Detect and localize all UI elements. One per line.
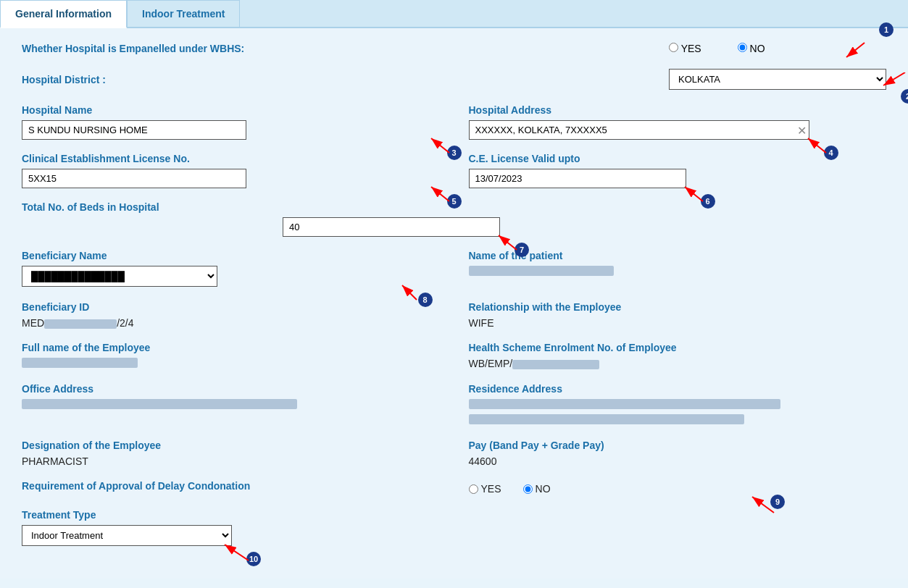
- hospital-district-select[interactable]: KOLKATA HOWRAH NORTH 24 PARGANAS: [669, 69, 886, 90]
- arrow-7: [491, 230, 528, 255]
- beneficiary-id-value: MED/2/4: [22, 317, 440, 329]
- beneficiary-id-blurred: [44, 319, 117, 329]
- residence-address-line1-blurred: [469, 399, 780, 409]
- clinical-license-label: Clinical Establishment License No.: [22, 153, 440, 164]
- arrow-1: [828, 39, 872, 68]
- svg-line-5: [431, 138, 449, 153]
- hospital-address-input[interactable]: [469, 120, 809, 140]
- clinical-license-col: Clinical Establishment License No. 5: [22, 153, 469, 188]
- residence-address-value: [469, 399, 887, 427]
- pay-label: Pay (Band Pay + Grade Pay): [469, 440, 887, 451]
- svg-line-13: [499, 235, 517, 250]
- clinical-license-input-wrapper: 5: [22, 169, 440, 188]
- svg-line-15: [402, 285, 417, 300]
- wbhs-row: Whether Hospital is Empanelled under WBH…: [22, 43, 886, 54]
- beneficiary-id-label: Beneficiary ID: [22, 301, 440, 313]
- employee-health-row: Full name of the Employee Health Scheme …: [22, 342, 886, 370]
- relationship-col: Relationship with the Employee WIFE: [469, 301, 887, 329]
- arrow-2: [878, 72, 908, 98]
- wbhs-no-label[interactable]: NO: [738, 43, 765, 54]
- svg-line-1: [846, 43, 865, 57]
- tab-indoor-treatment[interactable]: Indoor Treatment: [127, 0, 240, 27]
- hospital-district-label: Hospital District :: [22, 74, 669, 85]
- health-scheme-col: Health Scheme Enrolment No. of Employee …: [469, 342, 887, 370]
- designation-pay-row: Designation of the Employee PHARMACIST P…: [22, 440, 886, 467]
- beneficiary-name-label: Beneficiary Name: [22, 250, 440, 261]
- ce-license-valid-input-wrapper: 6: [469, 169, 686, 188]
- office-address-label: Office Address: [22, 383, 440, 395]
- delay-condonation-radio-group: YES NO: [469, 483, 887, 495]
- hospital-name-input-wrapper: 3: [22, 120, 440, 140]
- relationship-value: WIFE: [469, 317, 887, 329]
- delay-no-label[interactable]: NO: [523, 483, 551, 495]
- office-address-blurred: [22, 399, 297, 409]
- patient-name-blurred: [469, 266, 614, 276]
- arrow-4: [801, 133, 837, 158]
- delay-condonation-label: Requirement of Approval of Delay Condona…: [22, 480, 440, 492]
- total-beds-input[interactable]: [283, 217, 500, 237]
- hospital-address-input-wrapper: ✕ 4: [469, 120, 809, 140]
- wbhs-label: Whether Hospital is Empanelled under WBH…: [22, 43, 625, 54]
- tab-general-information[interactable]: General Information: [0, 0, 127, 28]
- beneficiary-id-relationship-row: Beneficiary ID MED/2/4 Relationship with…: [22, 301, 886, 329]
- total-beds-input-wrapper: 7: [22, 217, 500, 237]
- wbhs-yes-radio[interactable]: [669, 43, 678, 52]
- office-address-col: Office Address: [22, 383, 469, 427]
- total-beds-label: Total No. of Beds in Hospital: [22, 201, 886, 213]
- annotation-1: 1: [879, 22, 894, 37]
- delay-condonation-row: Requirement of Approval of Delay Condona…: [22, 480, 886, 496]
- hospital-district-row: Hospital District : KOLKATA HOWRAH NORTH…: [22, 69, 886, 90]
- health-scheme-label: Health Scheme Enrolment No. of Employee: [469, 342, 887, 353]
- arrow-3: [424, 133, 460, 158]
- hospital-name-col: Hospital Name 3: [22, 104, 469, 140]
- ce-license-valid-input[interactable]: [469, 169, 686, 188]
- clinical-license-input[interactable]: [22, 169, 246, 188]
- beneficiary-name-select-wrapper: ██████████████ 8: [22, 266, 440, 287]
- svg-line-9: [431, 187, 449, 201]
- treatment-type-select[interactable]: Indoor Treatment Outdoor Treatment Surge…: [22, 525, 232, 546]
- hospital-name-address-row: Hospital Name 3: [22, 104, 886, 140]
- svg-line-3: [883, 72, 905, 85]
- treatment-type-row: Treatment Type Indoor Treatment Outdoor …: [22, 509, 886, 546]
- svg-line-19: [225, 545, 249, 560]
- beneficiary-name-select[interactable]: ██████████████: [22, 266, 217, 287]
- employee-name-blurred: [22, 358, 138, 368]
- patient-name-col: Name of the patient: [469, 250, 887, 287]
- arrow-8: [395, 280, 431, 305]
- svg-line-7: [808, 138, 826, 153]
- arrow-10: [216, 539, 259, 564]
- office-address-value: [22, 399, 440, 411]
- employee-name-col: Full name of the Employee: [22, 342, 469, 370]
- employee-name-label: Full name of the Employee: [22, 342, 440, 353]
- address-row: Office Address Residence Address: [22, 383, 886, 427]
- form-container: Whether Hospital is Empanelled under WBH…: [0, 28, 908, 579]
- pay-value: 44600: [469, 455, 887, 467]
- delay-condonation-label-col: Requirement of Approval of Delay Condona…: [22, 480, 469, 496]
- wbhs-yes-label[interactable]: YES: [669, 43, 701, 54]
- wbhs-radio-group: YES NO 1: [669, 43, 886, 54]
- wbhs-no-radio[interactable]: [738, 43, 747, 52]
- delay-yes-radio[interactable]: [469, 484, 478, 494]
- delay-yes-label[interactable]: YES: [469, 483, 501, 495]
- residence-address-col: Residence Address: [469, 383, 887, 427]
- delay-no-radio[interactable]: [523, 484, 533, 494]
- residence-address-line2-blurred: [469, 414, 744, 424]
- beneficiary-id-col: Beneficiary ID MED/2/4: [22, 301, 469, 329]
- health-scheme-blurred: [512, 360, 599, 369]
- residence-address-label: Residence Address: [469, 383, 887, 395]
- designation-col: Designation of the Employee PHARMACIST: [22, 440, 469, 467]
- hospital-address-label: Hospital Address: [469, 104, 887, 116]
- designation-value: PHARMACIST: [22, 455, 440, 467]
- treatment-type-select-wrapper: Indoor Treatment Outdoor Treatment Surge…: [22, 525, 232, 546]
- app-container: General Information Indoor Treatment Whe…: [0, 0, 908, 588]
- tab-bar: General Information Indoor Treatment: [0, 0, 908, 28]
- hospital-address-col: Hospital Address ✕ 4: [469, 104, 887, 140]
- patient-name-value: [469, 266, 887, 278]
- delay-condonation-radio-col: YES NO 9: [469, 480, 887, 496]
- hospital-name-input[interactable]: [22, 120, 246, 140]
- health-scheme-value: WB/EMP/: [469, 358, 887, 369]
- employee-name-value: [22, 358, 440, 370]
- relationship-label: Relationship with the Employee: [469, 301, 887, 313]
- treatment-type-label: Treatment Type: [22, 509, 886, 521]
- svg-line-11: [685, 187, 703, 201]
